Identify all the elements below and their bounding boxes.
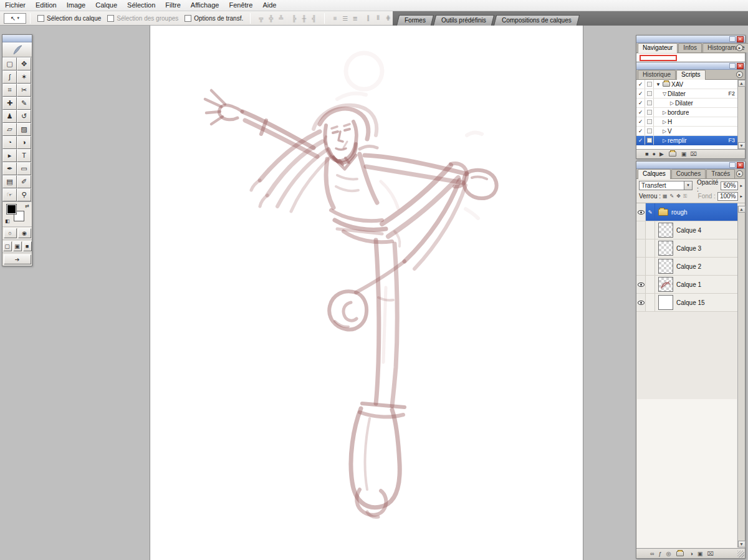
action-check[interactable]: ✓ (636, 99, 645, 107)
eyedropper-tool[interactable]: ✐ (17, 175, 31, 188)
action-row-dilater-sub[interactable]: ✓ ▷ Dilater (636, 99, 737, 108)
layer-thumbnail[interactable] (658, 277, 673, 292)
link-column[interactable] (646, 294, 655, 311)
action-dialog-toggle[interactable] (645, 136, 654, 145)
align-bottom-icon[interactable]: ╩ (277, 15, 285, 22)
navigator-view-box[interactable] (640, 55, 677, 61)
expand-triangle-icon[interactable]: ▷ (661, 110, 668, 115)
menu-affichage[interactable]: Affichage (186, 1, 224, 10)
expand-triangle-icon[interactable]: ▷ (669, 100, 675, 106)
document-canvas[interactable] (150, 26, 583, 560)
menu-aide[interactable]: Aide (257, 1, 281, 10)
action-dialog-toggle[interactable] (645, 99, 654, 107)
layer-name[interactable]: Calque 4 (676, 227, 701, 234)
tab-navigateur[interactable]: Navigateur (638, 43, 678, 53)
lock-pixels-icon[interactable]: ✎ (670, 193, 674, 199)
action-row-dilater[interactable]: ✓ ▽ Dilater F2 (636, 89, 737, 99)
distribute-right-icon[interactable]: ⋕ (384, 14, 392, 22)
brush-tool[interactable]: ✎ (17, 97, 31, 110)
layer-thumbnail[interactable] (658, 259, 673, 274)
gradient-tool[interactable]: ▨ (17, 123, 31, 136)
fill-value[interactable]: 100% (717, 192, 739, 201)
link-column[interactable] (646, 276, 655, 293)
action-dialog-toggle[interactable] (645, 89, 654, 98)
history-brush-tool[interactable]: ↺ (17, 110, 31, 123)
expand-triangle-icon[interactable]: ▷ (661, 119, 668, 125)
layer-name[interactable]: rough (671, 209, 688, 216)
action-dialog-toggle[interactable] (645, 127, 654, 135)
menu-selection[interactable]: Sélection (122, 1, 160, 10)
action-dialog-toggle[interactable] (645, 117, 654, 126)
shape-tool[interactable]: ▭ (17, 162, 31, 175)
action-dialog-toggle[interactable] (645, 80, 654, 89)
action-row-v[interactable]: ✓ ▷ V (636, 127, 737, 136)
expand-triangle-icon[interactable]: ▽ (661, 91, 668, 97)
default-colors-icon[interactable]: ◧ (5, 218, 10, 224)
scroll-up-icon[interactable]: ▲ (738, 206, 746, 213)
lock-transparency-icon[interactable]: ▦ (663, 193, 668, 199)
tab-couches[interactable]: Couches (671, 169, 706, 178)
lock-position-icon[interactable]: ✥ (676, 193, 681, 199)
menu-fichier[interactable]: Fichier (0, 1, 31, 10)
link-column[interactable] (646, 239, 655, 257)
menu-fenetre[interactable]: Fenêtre (224, 1, 257, 10)
layers-scrollbar[interactable]: ▲ ▼ (737, 206, 745, 548)
layer-name[interactable]: Calque 1 (676, 281, 701, 288)
action-check[interactable]: ✓ (636, 127, 645, 135)
eraser-tool[interactable]: ▱ (2, 123, 17, 136)
layer-thumbnail[interactable] (658, 241, 673, 256)
layer-mask-icon[interactable]: ◎ (666, 551, 671, 557)
minimize-icon[interactable] (729, 63, 736, 69)
opacity-spinner-icon[interactable]: ▸ (740, 183, 742, 188)
distribute-left-icon[interactable]: ∥ (364, 14, 372, 22)
layer-row-calque3[interactable]: Calque 3 (636, 239, 737, 258)
visibility-toggle[interactable] (636, 221, 646, 239)
zoom-tool[interactable]: ⚲ (17, 188, 31, 201)
navigator-preview[interactable] (636, 53, 745, 62)
layer-row-rough[interactable]: ✎ rough (636, 203, 737, 221)
tab-traces[interactable]: Tracés (706, 169, 735, 178)
actions-scrollbar[interactable]: ▲ ▼ (737, 80, 745, 149)
tab-scripts[interactable]: Scripts (676, 70, 706, 80)
layer-style-icon[interactable]: ƒ (658, 551, 661, 557)
menu-calque[interactable]: Calque (90, 1, 122, 10)
fullscreen-menubar-button[interactable]: ▣ (13, 241, 22, 251)
distribute-hcenter-icon[interactable]: ⫴ (374, 14, 382, 22)
menu-image[interactable]: Image (62, 1, 91, 10)
action-row-h[interactable]: ✓ ▷ H (636, 117, 737, 127)
delete-icon[interactable]: ⌧ (690, 151, 696, 157)
new-set-icon[interactable] (669, 152, 676, 157)
layers-titlebar[interactable]: ✕ (636, 162, 745, 169)
visibility-toggle[interactable] (636, 203, 646, 221)
tool-preset-picker[interactable]: ↖ ▾ (4, 13, 26, 24)
action-row-xav[interactable]: ✓ ▼ XAV (636, 80, 737, 89)
clone-stamp-tool[interactable]: ♟ (2, 110, 17, 123)
stop-icon[interactable]: ■ (645, 151, 648, 157)
layer-thumbnail[interactable] (658, 223, 673, 238)
checkbox-box[interactable] (185, 15, 191, 22)
scroll-up-icon[interactable]: ▲ (738, 80, 746, 87)
layer-row-calque1[interactable]: Calque 1 (636, 276, 737, 294)
align-vcenter-icon[interactable]: ╬ (267, 15, 275, 22)
healing-brush-tool[interactable]: ✚ (2, 97, 17, 110)
tab-formes[interactable]: Formes (396, 15, 434, 26)
fullscreen-button[interactable]: ■ (23, 241, 32, 251)
layer-name[interactable]: Calque 3 (676, 245, 701, 252)
scroll-down-icon[interactable]: ▼ (738, 142, 746, 149)
adjustment-layer-icon[interactable]: ◑ (689, 551, 693, 557)
opacity-value[interactable]: 50% (721, 181, 738, 190)
delete-layer-icon[interactable]: ⌧ (707, 551, 713, 557)
actions-titlebar[interactable]: ✕ (636, 62, 745, 70)
new-layer-icon[interactable]: ▣ (698, 551, 703, 557)
standard-mode-button[interactable]: ○ (4, 228, 17, 238)
visibility-toggle[interactable] (636, 258, 646, 275)
layer-row-calque4[interactable]: Calque 4 (636, 221, 737, 239)
layer-row-calque15[interactable]: Calque 15 (636, 294, 737, 312)
tab-compositions-calques[interactable]: Compositions de calques (493, 15, 579, 26)
foreground-color-swatch[interactable] (6, 204, 17, 215)
close-icon[interactable]: ✕ (737, 162, 744, 168)
expand-triangle-icon[interactable]: ▷ (661, 128, 668, 134)
crop-tool[interactable]: ⌗ (2, 84, 17, 97)
scroll-down-icon[interactable]: ▼ (738, 541, 746, 548)
distribute-vcenter-icon[interactable]: ☰ (341, 15, 349, 22)
